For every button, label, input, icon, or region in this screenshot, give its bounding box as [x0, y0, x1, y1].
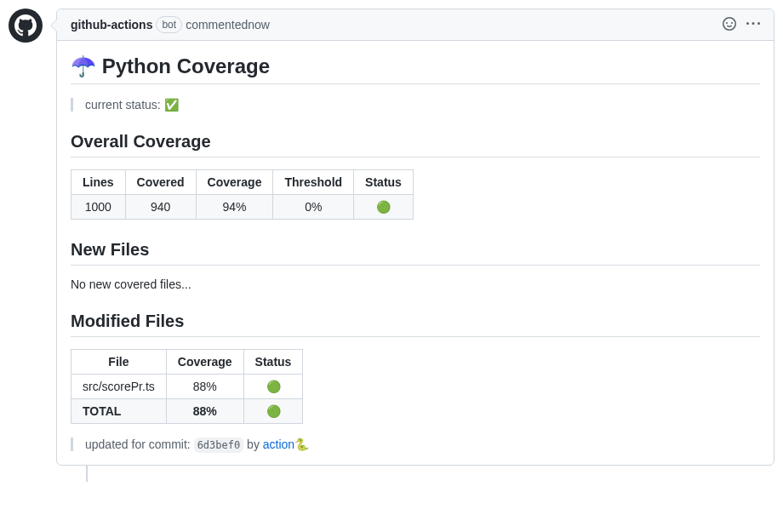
cell-status: 🟢 [354, 195, 414, 220]
status-prefix: current status: [85, 98, 164, 112]
new-files-heading: New Files [71, 240, 760, 266]
cell-total-status: 🟢 [243, 399, 303, 424]
table-row: 1000 940 94% 0% 🟢 [71, 195, 414, 220]
kebab-menu-button[interactable] [746, 17, 760, 33]
commit-sha: 6d3bef0 [194, 438, 244, 453]
title-text: Python Coverage [102, 54, 270, 77]
footer-prefix: updated for commit: [85, 438, 194, 451]
cell-total-coverage: 88% [166, 399, 243, 424]
new-files-message: No new covered files... [71, 277, 760, 291]
cell-coverage: 94% [196, 195, 273, 220]
col-covered: Covered [125, 170, 196, 195]
cell-status: 🟢 [243, 375, 303, 399]
footer-by: by [243, 438, 263, 451]
cell-coverage: 88% [166, 375, 243, 399]
actor-link[interactable]: action [263, 438, 294, 451]
cell-threshold: 0% [273, 195, 354, 220]
header-action-text: commented [186, 18, 248, 31]
cell-file: src/scorePr.ts [71, 375, 167, 399]
timestamp[interactable]: now [248, 18, 270, 31]
comment-body: ☂️ Python Coverage current status: ✅ Ove… [57, 41, 774, 465]
col-coverage: Coverage [166, 350, 243, 375]
umbrella-icon: ☂️ [71, 54, 96, 77]
smiley-icon [723, 17, 736, 31]
status-blockquote: current status: ✅ [71, 98, 760, 112]
kebab-horizontal-icon [746, 17, 760, 31]
cell-total-label: TOTAL [71, 399, 167, 424]
table-row: src/scorePr.ts 88% 🟢 [71, 375, 303, 399]
comment-box: github-actions bot commented now ☂️ Pyth… [56, 9, 774, 466]
col-lines: Lines [71, 170, 126, 195]
footer-blockquote: updated for commit: 6d3bef0 by action🐍 [71, 438, 760, 451]
snake-icon: 🐍 [294, 438, 309, 451]
page-title: ☂️ Python Coverage [71, 54, 760, 84]
col-status: Status [354, 170, 414, 195]
table-header-row: File Coverage Status [71, 350, 303, 375]
timeline-tail [86, 465, 88, 482]
cell-covered: 940 [125, 195, 196, 220]
col-status: Status [243, 350, 303, 375]
status-emoji: ✅ [164, 98, 179, 112]
col-threshold: Threshold [273, 170, 354, 195]
table-header-row: Lines Covered Coverage Threshold Status [71, 170, 414, 195]
overall-heading: Overall Coverage [71, 132, 760, 157]
cell-lines: 1000 [71, 195, 126, 220]
comment-wrapper: github-actions bot commented now ☂️ Pyth… [9, 9, 774, 466]
modified-table: File Coverage Status src/scorePr.ts 88% … [71, 349, 303, 424]
bot-badge: bot [156, 16, 182, 33]
col-file: File [71, 350, 167, 375]
header-actions [723, 17, 760, 33]
col-coverage: Coverage [196, 170, 273, 195]
author-link[interactable]: github-actions [71, 18, 152, 31]
github-icon [14, 14, 37, 37]
overall-table: Lines Covered Coverage Threshold Status … [71, 169, 414, 220]
modified-files-heading: Modified Files [71, 312, 760, 337]
table-total-row: TOTAL 88% 🟢 [71, 399, 303, 424]
comment-header: github-actions bot commented now [57, 9, 774, 41]
emoji-reaction-button[interactable] [723, 17, 736, 33]
avatar[interactable] [9, 9, 43, 43]
